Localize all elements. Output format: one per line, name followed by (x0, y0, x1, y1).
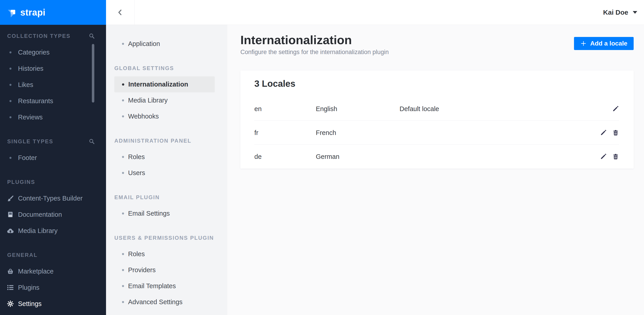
sidebar-item-footer[interactable]: Footer (0, 150, 106, 166)
page-subtitle: Configure the settings for the internati… (240, 49, 389, 56)
locale-code: en (254, 105, 316, 113)
sidebar-item-settings[interactable]: Settings (0, 296, 106, 312)
gear-icon (7, 300, 14, 307)
settings-nav-item-up-roles[interactable]: Roles (114, 246, 215, 262)
locale-row-en: en English Default locale (240, 97, 634, 121)
bullet-icon (122, 285, 124, 287)
locale-code: fr (254, 129, 316, 137)
plus-icon (580, 40, 586, 47)
sidebar-item-media-library[interactable]: Media Library (0, 223, 106, 239)
sidebar-section-collection-types: COLLECTION TYPES Categories Histories Li… (0, 28, 106, 125)
list-icon (7, 284, 14, 291)
bullet-icon (10, 100, 12, 102)
app-window: strapi COLLECTION TYPES Categories Histo… (0, 0, 644, 315)
locale-name: French (316, 129, 400, 137)
top-header: Kai Doe (106, 0, 644, 25)
sidebar-item-reviews[interactable]: Reviews (0, 109, 106, 125)
bullet-icon (10, 68, 12, 70)
edit-locale-button[interactable] (612, 105, 619, 112)
locale-code: de (254, 153, 316, 160)
bullet-icon (10, 157, 12, 159)
sidebar-section-single-types: SINGLE TYPES Footer (0, 133, 106, 166)
bullet-icon (122, 172, 124, 174)
cloud-upload-icon (7, 227, 14, 234)
bullet-icon (10, 116, 12, 118)
settings-nav-item-admin-roles[interactable]: Roles (114, 149, 215, 165)
sidebar-section-general: GENERAL Marketplace Plugins Settings (0, 247, 106, 312)
basket-icon (7, 268, 14, 275)
locale-name: German (316, 153, 400, 160)
add-locale-button[interactable]: Add a locale (574, 37, 634, 50)
administration-panel-heading: ADMINISTRATION PANEL (114, 138, 191, 144)
plugins-heading: PLUGINS (7, 179, 35, 185)
settings-nav: Application GLOBAL SETTINGS Internationa… (106, 25, 227, 315)
sidebar-section-plugins: PLUGINS Content-Types Builder Documentat… (0, 174, 106, 239)
settings-nav-item-admin-users[interactable]: Users (114, 165, 215, 181)
settings-nav-item-webhooks[interactable]: Webhooks (114, 108, 215, 124)
back-button[interactable] (106, 0, 134, 25)
collection-types-heading: COLLECTION TYPES (7, 33, 70, 39)
caret-down-icon (633, 11, 637, 14)
general-heading: GENERAL (7, 252, 38, 258)
locale-row-de: de German (240, 145, 634, 169)
paintbrush-icon (7, 195, 14, 202)
locale-name: English (316, 105, 400, 113)
page-title: Internationalization (240, 33, 389, 47)
bullet-icon (10, 84, 12, 86)
settings-nav-item-email-templates[interactable]: Email Templates (114, 278, 215, 294)
single-types-heading: SINGLE TYPES (7, 138, 53, 145)
sidebar-scrollbar-thumb[interactable] (92, 44, 94, 103)
settings-nav-item-application[interactable]: Application (114, 36, 215, 52)
email-plugin-heading: EMAIL PLUGIN (114, 194, 160, 201)
sidebar-item-likes[interactable]: Likes (0, 77, 106, 93)
sidebar-item-categories[interactable]: Categories (0, 44, 106, 60)
locales-card-title: 3 Locales (254, 79, 295, 89)
locale-default-badge: Default locale (400, 105, 598, 113)
bullet-icon (122, 115, 124, 117)
delete-locale-button[interactable] (612, 153, 619, 160)
sidebar-item-marketplace[interactable]: Marketplace (0, 263, 106, 279)
edit-locale-button[interactable] (600, 153, 607, 160)
sidebar-item-content-types-builder[interactable]: Content-Types Builder (0, 190, 106, 206)
user-name: Kai Doe (603, 9, 628, 16)
settings-nav-item-providers[interactable]: Providers (114, 262, 215, 278)
sidebar-item-restaurants[interactable]: Restaurants (0, 93, 106, 109)
search-icon[interactable] (89, 139, 95, 144)
bullet-icon (122, 253, 124, 255)
main-content: Internationalization Configure the setti… (227, 25, 644, 315)
sidebar-item-documentation[interactable]: Documentation (0, 206, 106, 223)
settings-nav-item-advanced-settings[interactable]: Advanced Settings (114, 294, 215, 310)
bullet-icon (122, 83, 124, 86)
bullet-icon (122, 43, 124, 45)
settings-nav-item-email-settings[interactable]: Email Settings (114, 205, 215, 221)
locales-card: 3 Locales en English Default locale fr F… (240, 71, 634, 169)
global-settings-heading: GLOBAL SETTINGS (114, 65, 174, 71)
bullet-icon (122, 212, 124, 214)
settings-nav-item-internationalization[interactable]: Internationalization (114, 76, 215, 92)
sidebar-item-plugins[interactable]: Plugins (0, 279, 106, 296)
user-menu[interactable]: Kai Doe (603, 0, 637, 25)
sidebar-item-histories[interactable]: Histories (0, 60, 106, 77)
delete-locale-button[interactable] (612, 129, 619, 136)
chevron-left-icon (116, 8, 124, 17)
page-title-block: Internationalization Configure the setti… (240, 33, 389, 56)
book-icon (7, 211, 14, 218)
settings-nav-item-media-library[interactable]: Media Library (114, 92, 215, 108)
bullet-icon (10, 51, 12, 53)
strapi-logo-icon (7, 7, 17, 18)
locale-row-fr: fr French (240, 121, 634, 145)
strapi-logo[interactable]: strapi (0, 0, 106, 25)
bullet-icon (122, 156, 124, 158)
users-permissions-plugin-heading: USERS & PERMISSIONS PLUGIN (114, 235, 214, 241)
bullet-icon (122, 99, 124, 101)
search-icon[interactable] (89, 33, 95, 39)
strapi-wordmark: strapi (20, 8, 46, 18)
bullet-icon (122, 301, 124, 303)
bullet-icon (122, 269, 124, 271)
edit-locale-button[interactable] (600, 129, 607, 136)
main-sidebar: strapi COLLECTION TYPES Categories Histo… (0, 0, 106, 315)
